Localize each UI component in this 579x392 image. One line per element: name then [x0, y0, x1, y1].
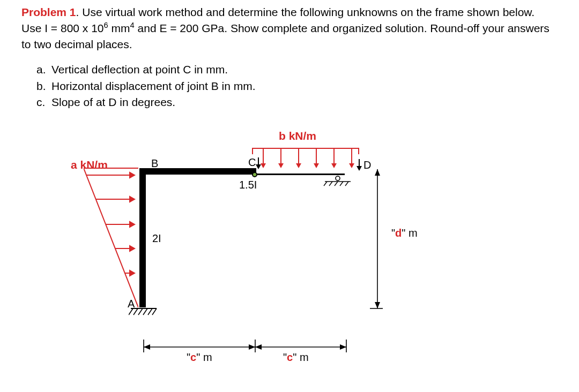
- internal-hinge-icon: [252, 172, 257, 177]
- problem-title: Problem 1: [21, 6, 76, 18]
- udl-b-arrows: [252, 148, 359, 169]
- svg-marker-42: [375, 302, 380, 308]
- arrow-d-down-icon: [356, 159, 362, 171]
- svg-marker-38: [340, 344, 346, 350]
- svg-line-18: [324, 182, 327, 186]
- svg-marker-3: [130, 172, 135, 178]
- svg-marker-36: [249, 344, 255, 350]
- column-ab: [139, 168, 146, 307]
- load-b-value: b kN/m: [279, 130, 316, 142]
- roller-support-icon: [322, 175, 354, 191]
- svg-line-22: [345, 182, 348, 186]
- svg-line-20: [335, 182, 338, 186]
- question-a: a.Vertical deflection at point C in mm.: [36, 62, 558, 78]
- svg-line-29: [152, 308, 157, 315]
- arrow-c-down-icon: [255, 157, 262, 169]
- svg-marker-11: [130, 270, 135, 276]
- dim-c2-label: "c" m: [283, 351, 309, 364]
- svg-marker-7: [130, 222, 135, 227]
- svg-marker-35: [144, 344, 150, 350]
- svg-line-28: [148, 308, 152, 315]
- svg-marker-9: [130, 246, 135, 251]
- fixed-support-icon: [129, 307, 159, 322]
- dim-d-label: "d" m: [391, 227, 418, 239]
- load-b-label: b kN/m: [279, 130, 316, 142]
- frame-figure: b kN/m a kN/m: [48, 120, 477, 377]
- svg-line-19: [329, 182, 332, 186]
- intro-sup-6: 6: [104, 21, 108, 29]
- point-c: C: [248, 156, 256, 169]
- svg-marker-13: [256, 164, 261, 169]
- question-list: a.Vertical deflection at point C in mm. …: [21, 62, 558, 110]
- question-c: c.Slope of at D in degrees.: [36, 94, 558, 110]
- dim-horizontal: [143, 340, 352, 361]
- beam-label: 1.5I: [239, 179, 257, 191]
- svg-point-16: [336, 176, 340, 180]
- svg-marker-15: [357, 166, 362, 171]
- svg-line-27: [143, 308, 147, 315]
- question-b-text: Horizontal displacement of joint B in mm…: [51, 80, 256, 92]
- tri-load-a: [84, 162, 138, 308]
- svg-marker-5: [130, 197, 135, 202]
- question-c-text: Slope of at D in degrees.: [51, 96, 175, 108]
- dim-vertical: [370, 168, 391, 310]
- point-b: B: [151, 157, 158, 170]
- dim-c1-label: "c" m: [187, 351, 212, 364]
- svg-line-1: [84, 168, 138, 307]
- svg-line-21: [340, 182, 343, 186]
- svg-marker-41: [375, 169, 380, 176]
- problem-intro: Problem 1. Use virtual work method and d…: [21, 4, 558, 52]
- svg-line-25: [133, 308, 138, 315]
- svg-marker-37: [255, 344, 262, 350]
- question-b: b.Horizontal displacement of joint B in …: [36, 78, 558, 94]
- intro-mm: mm: [108, 22, 130, 34]
- svg-line-24: [129, 308, 133, 315]
- intro-sup-4: 4: [130, 21, 135, 29]
- col-label: 2I: [152, 232, 161, 245]
- svg-line-26: [138, 308, 143, 315]
- question-a-text: Vertical deflection at point C in mm.: [51, 63, 228, 76]
